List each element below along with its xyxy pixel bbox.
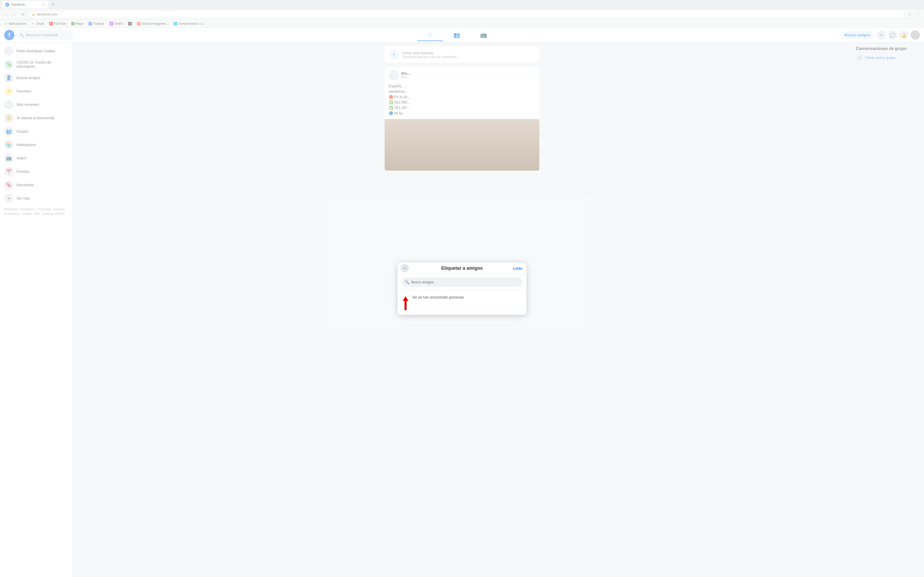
modal-header: ← Etiquetar a amigos Listo [397, 263, 527, 274]
modal-done-button[interactable]: Listo [513, 266, 522, 271]
no-results-area: No se han encontrado personas [402, 295, 522, 311]
modal-search-area: 🔍 [397, 274, 527, 290]
red-arrow-svg [402, 295, 409, 311]
modal-back-button[interactable]: ← [401, 264, 409, 272]
modal-search-icon: 🔍 [405, 280, 409, 284]
modal-search-input[interactable] [411, 280, 519, 284]
tag-friends-modal: ← Etiquetar a amigos Listo 🔍 No se han e… [397, 263, 527, 315]
modal-search-field[interactable]: 🔍 [402, 277, 522, 287]
red-arrow-indicator [402, 295, 409, 311]
modal-title: Etiquetar a amigos [441, 266, 483, 271]
no-results-text: No se han encontrado personas [412, 295, 464, 299]
modal-overlay: ← Etiquetar a amigos Listo 🔍 No se han e… [0, 0, 924, 577]
modal-body: No se han encontrado personas [397, 290, 527, 315]
svg-marker-0 [403, 296, 409, 310]
